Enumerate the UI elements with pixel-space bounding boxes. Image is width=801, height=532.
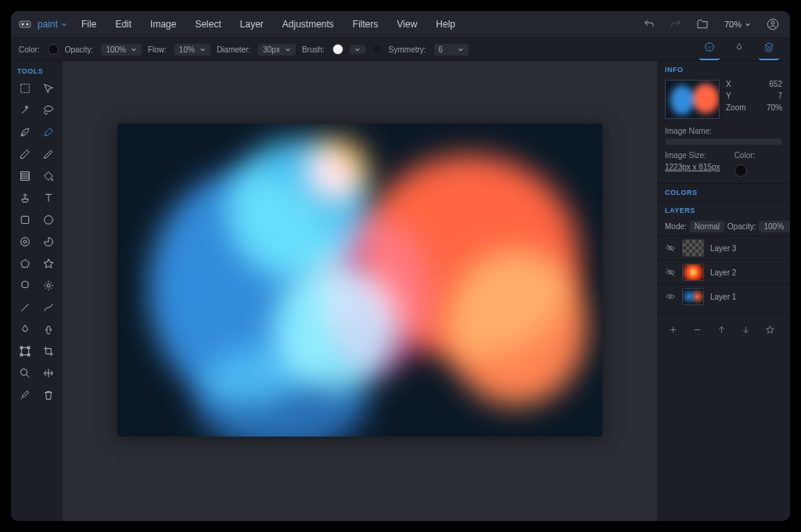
visibility-toggle-icon[interactable] (665, 243, 676, 253)
svg-rect-9 (21, 216, 28, 223)
options-opacity-label: Opacity: (65, 45, 94, 54)
canvas-thumbnail (665, 80, 720, 119)
options-symmetry-label: Symmetry: (389, 45, 426, 54)
tool-gradient[interactable] (14, 166, 36, 186)
brush-dropdown[interactable] (350, 45, 365, 54)
tool-custom-shape[interactable] (14, 275, 36, 296)
layer-thumbnail (682, 264, 704, 281)
tool-move[interactable] (38, 78, 59, 99)
options-color-label: Color: (19, 45, 40, 54)
tool-curve[interactable] (38, 297, 59, 318)
menu-image[interactable]: Image (142, 14, 184, 34)
svg-point-10 (45, 216, 53, 225)
visibility-toggle-icon[interactable] (665, 267, 676, 278)
tool-trash[interactable] (38, 385, 59, 405)
tool-donut[interactable] (14, 232, 36, 252)
tool-leaf-brush[interactable] (14, 122, 36, 142)
tool-line[interactable] (14, 297, 36, 318)
move-layer-down-button[interactable] (738, 322, 754, 338)
tool-pencil[interactable] (38, 144, 59, 164)
add-layer-button[interactable] (665, 322, 681, 338)
info-color-swatch[interactable] (735, 164, 747, 177)
menu-help[interactable]: Help (428, 14, 463, 34)
tool-lasso[interactable] (38, 100, 59, 120)
svg-point-12 (23, 240, 27, 243)
svg-point-4 (771, 21, 774, 24)
layer-name: Layer 1 (710, 293, 736, 301)
tool-pan[interactable] (38, 363, 59, 383)
account-button[interactable] (763, 15, 782, 34)
tool-crop[interactable] (38, 341, 59, 361)
tool-eraser[interactable] (14, 144, 36, 164)
image-size-label: Image Size: (665, 151, 720, 163)
menu-view[interactable]: View (390, 14, 426, 34)
tool-pie[interactable] (38, 232, 59, 252)
layer-thumbnail (682, 288, 704, 305)
layer-thumbnail (682, 239, 704, 257)
tool-text[interactable] (38, 188, 59, 208)
favorite-layer-button[interactable] (762, 322, 778, 338)
open-folder-button[interactable] (693, 15, 712, 34)
undo-button[interactable] (640, 15, 659, 34)
options-brush-label: Brush: (302, 45, 325, 54)
move-layer-up-button[interactable] (713, 322, 730, 338)
layer-settings-button[interactable] (786, 322, 790, 338)
tool-magic-wand[interactable] (14, 100, 36, 120)
tool-star[interactable] (38, 253, 59, 274)
tool-transform[interactable] (14, 341, 36, 361)
tool-zoom[interactable] (14, 363, 36, 383)
tool-gear[interactable] (38, 275, 59, 296)
app-name-dropdown[interactable]: paint (38, 19, 67, 30)
tool-brush[interactable] (38, 122, 59, 142)
canvas-viewport[interactable] (63, 61, 657, 521)
tool-eyedropper[interactable] (14, 385, 36, 405)
symmetry-icon (372, 44, 383, 55)
diameter-dropdown[interactable]: 30px (258, 44, 296, 56)
tool-marquee-select[interactable] (14, 78, 36, 99)
layer-mode-dropdown[interactable]: Normal (690, 221, 724, 232)
tool-polygon[interactable] (14, 253, 36, 274)
info-color-label: Color: (735, 151, 756, 163)
foreground-color-swatch[interactable] (48, 44, 59, 55)
menu-bar: paint File Edit Image Select Layer Adjus… (11, 11, 790, 38)
redo-button[interactable] (666, 15, 685, 34)
options-flow-label: Flow: (148, 45, 167, 54)
tools-panel-title: TOOLS (14, 66, 59, 78)
canvas-image[interactable] (117, 124, 602, 437)
menu-file[interactable]: File (74, 14, 104, 34)
tool-ellipse[interactable] (38, 210, 59, 230)
menu-layer[interactable]: Layer (232, 14, 271, 34)
layer-row[interactable]: Layer 3 (657, 235, 790, 260)
image-size-value[interactable]: 1223px x 815px (665, 163, 720, 171)
image-name-input[interactable] (665, 138, 782, 145)
opacity-dropdown[interactable]: 100% (101, 44, 142, 56)
menu-select[interactable]: Select (187, 14, 228, 34)
brush-preview-swatch[interactable] (332, 44, 343, 55)
panel-tab-color[interactable] (729, 39, 749, 59)
options-diameter-label: Diameter: (217, 45, 250, 54)
menu-edit[interactable]: Edit (107, 14, 139, 34)
tool-blur[interactable] (14, 319, 36, 340)
menu-filters[interactable]: Filters (345, 14, 386, 34)
tool-fill[interactable] (38, 166, 59, 186)
info-x-label: X (726, 80, 731, 88)
svg-point-13 (47, 284, 50, 287)
flow-dropdown[interactable]: 10% (174, 44, 210, 56)
panel-tab-info[interactable] (699, 38, 720, 60)
layer-row[interactable]: Layer 1 (657, 284, 790, 308)
visibility-toggle-icon[interactable] (665, 291, 676, 302)
app-logo-icon (19, 18, 31, 31)
panel-tab-layers[interactable] (759, 38, 779, 60)
colors-panel-header[interactable]: COLORS (657, 183, 790, 201)
layer-row[interactable]: Layer 2 (657, 260, 790, 284)
tool-smudge[interactable] (38, 319, 59, 340)
menu-adjustments[interactable]: Adjustments (275, 14, 342, 34)
tool-rectangle[interactable] (14, 210, 36, 230)
symmetry-dropdown[interactable]: 6 (434, 44, 469, 56)
remove-layer-button[interactable] (689, 322, 706, 338)
layer-opacity-dropdown[interactable]: 100% (759, 221, 790, 232)
tool-clone-stamp[interactable] (14, 188, 36, 208)
layer-opacity-label: Opacity: (727, 222, 756, 231)
layers-panel-title: LAYERS (657, 201, 790, 217)
zoom-level-dropdown[interactable]: 70% (720, 17, 756, 31)
